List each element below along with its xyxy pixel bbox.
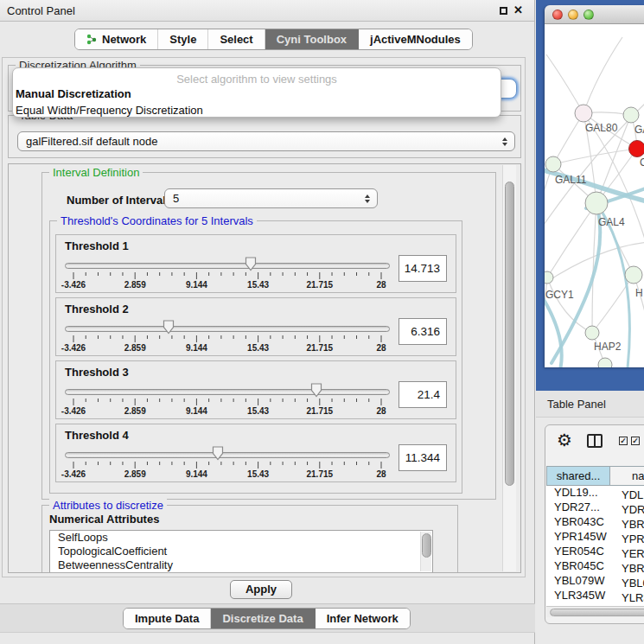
settings-scrollbar-thumb[interactable] <box>505 182 514 486</box>
threshold-slider[interactable]: -3.4262.8599.14415.4321.71528 <box>65 445 390 481</box>
tick-label: -3.426 <box>61 406 86 416</box>
slider-thumb[interactable] <box>212 446 224 461</box>
tick-label: 15.43 <box>247 343 269 353</box>
network-node[interactable] <box>545 156 561 172</box>
settings-scrollpane: Interval Definition Number of Intervals … <box>8 163 521 573</box>
zoom-window-icon[interactable] <box>583 10 594 20</box>
slider-scale: -3.4262.8599.14415.4321.71528 <box>73 382 381 418</box>
network-window-frame: GAL80GACGAL11GAL4GCY1HHAP2 <box>536 0 644 391</box>
algorithm-option-manual-discretization[interactable]: Manual Discretization <box>13 86 501 102</box>
control-panel: Control Panel ✕ NetworkStyleSelectCyni T… <box>0 0 535 644</box>
table-row[interactable]: YBL079WYBL0 <box>546 574 644 589</box>
table-checkbox-icon-2[interactable]: ✓ <box>631 437 640 445</box>
float-panel-icon[interactable] <box>500 7 507 15</box>
threshold-value-field[interactable]: 14.713 <box>399 255 447 282</box>
tab-infer-network[interactable]: Infer Network <box>316 609 410 628</box>
algorithm-option-equal-width-frequency-discretization[interactable]: Equal Width/Frequency Discretization <box>13 102 501 118</box>
numerical-attributes-list[interactable]: SelfLoopsTopologicalCoefficientBetweenne… <box>49 530 433 573</box>
table-cell: YBL079W <box>546 574 614 587</box>
network-node[interactable] <box>575 105 592 122</box>
table-columns-icon[interactable] <box>587 434 603 448</box>
attribute-item-selfloops[interactable]: SelfLoops <box>50 531 432 545</box>
tab-label: Impute Data <box>135 612 199 625</box>
settings-scrollbar[interactable] <box>502 165 516 571</box>
network-node-label: GAL4 <box>598 216 625 228</box>
threshold-label: Threshold 1 <box>65 239 129 252</box>
algorithm-placeholder-option[interactable]: Select algorithm to view settings <box>13 68 501 86</box>
tab-select[interactable]: Select <box>208 29 265 49</box>
tab-cyni-toolbox[interactable]: Cyni Toolbox <box>265 29 359 49</box>
tab-jactivemnodules[interactable]: jActiveMNodules <box>359 29 472 49</box>
combo-arrows-icon <box>502 137 507 146</box>
threshold-panel: Threshold 3-3.4262.8599.14415.4321.71528… <box>55 360 456 419</box>
threshold-label: Threshold 4 <box>65 429 129 442</box>
network-node-label: C <box>640 156 644 169</box>
threshold-value-field[interactable]: 21.4 <box>399 381 447 408</box>
network-edge-highlighted <box>545 294 562 367</box>
table-row[interactable]: YBR043CYBR0 <box>546 515 644 530</box>
table-column-header-na[interactable]: na <box>610 466 644 486</box>
network-node[interactable] <box>585 326 599 340</box>
table-column-header-shared-[interactable]: shared... <box>546 466 610 486</box>
network-node-label: GCY1 <box>545 289 574 301</box>
threshold-value-field[interactable]: 11.344 <box>399 444 447 471</box>
network-node[interactable] <box>623 107 639 123</box>
network-node-selected[interactable] <box>629 141 644 157</box>
table-row[interactable]: YDR27...YDR2 <box>546 501 644 515</box>
table-horizontal-scrollbar[interactable] <box>546 606 644 617</box>
slider-scale: -3.4262.8599.14415.4321.71528 <box>73 319 381 355</box>
threshold-value-field[interactable]: 6.316 <box>399 318 447 345</box>
attributes-scrollbar[interactable] <box>420 532 431 571</box>
numerical-attributes-label: Numerical Attributes <box>49 513 159 526</box>
network-node[interactable] <box>598 358 612 367</box>
minimize-window-icon[interactable] <box>568 10 578 20</box>
network-node-label: GA <box>634 124 644 136</box>
threshold-slider[interactable]: -3.4262.8599.14415.4321.71528 <box>65 382 390 418</box>
table-cell: YLR3 <box>614 591 644 604</box>
attribute-item-betweennesscentrality[interactable]: BetweennessCentrality <box>50 558 432 572</box>
table-row[interactable]: YPR145WYPR1 <box>546 530 644 545</box>
slider-ticks <box>73 272 381 280</box>
network-node[interactable] <box>585 192 608 214</box>
threshold-slider[interactable]: -3.4262.8599.14415.4321.71528 <box>65 256 390 292</box>
tab-discretize-data[interactable]: Discretize Data <box>211 609 315 628</box>
tab-impute-data[interactable]: Impute Data <box>124 609 211 628</box>
control-panel-title: Control Panel <box>7 4 75 17</box>
tick-label: 15.43 <box>247 280 269 290</box>
table-checkbox-icon-1[interactable]: ✓ <box>619 437 628 445</box>
close-panel-icon[interactable]: ✕ <box>513 3 523 16</box>
network-canvas[interactable]: GAL80GACGAL11GAL4GCY1HHAP2 <box>545 24 644 367</box>
number-of-intervals-combobox[interactable]: 5 <box>164 188 378 208</box>
slider-thumb[interactable] <box>163 320 175 335</box>
network-node-label: GAL11 <box>555 174 587 186</box>
apply-button[interactable]: Apply <box>230 580 292 599</box>
attribute-item-topologicalcoefficient[interactable]: TopologicalCoefficient <box>50 545 432 558</box>
screenshot-root: Control Panel ✕ NetworkStyleSelectCyni T… <box>0 0 644 644</box>
tick-label: -3.426 <box>61 280 86 290</box>
tab-network[interactable]: Network <box>75 29 158 49</box>
slider-thumb[interactable] <box>245 257 257 271</box>
network-node[interactable] <box>545 271 553 284</box>
table-data-combobox[interactable]: galFiltered.sif default node <box>17 131 515 151</box>
table-row[interactable]: YBR045CYBR0 <box>546 559 644 574</box>
table-row[interactable]: YER054CYER0 <box>546 545 644 559</box>
table-settings-gear-icon[interactable]: ⚙ <box>557 430 572 450</box>
table-panel-header: Table Panel <box>536 391 644 418</box>
interval-definition-title: Interval Definition <box>49 166 143 179</box>
table-horizontal-scrollbar-thumb[interactable] <box>550 609 644 616</box>
threshold-slider[interactable]: -3.4262.8599.14415.4321.71528 <box>65 319 390 355</box>
table-cell: YPR1 <box>614 532 644 545</box>
attributes-scrollbar-thumb[interactable] <box>422 533 431 558</box>
slider-thumb[interactable] <box>310 383 322 398</box>
table-row[interactable]: YLR345WYLR3 <box>546 589 644 603</box>
table-row[interactable]: YDL19...YDL1 <box>546 486 644 501</box>
table-cell: YBR0 <box>614 518 644 531</box>
table-toolbar: ⚙ ✓ ✓ <box>545 425 644 458</box>
tick-label: 28 <box>376 406 386 416</box>
network-node[interactable] <box>625 266 642 284</box>
slider-tick-labels: -3.4262.8599.14415.4321.71528 <box>73 406 381 417</box>
table-cell: YER054C <box>546 545 614 558</box>
close-window-icon[interactable] <box>552 10 563 20</box>
tab-style[interactable]: Style <box>158 29 208 49</box>
tick-label: 2.859 <box>124 343 146 353</box>
